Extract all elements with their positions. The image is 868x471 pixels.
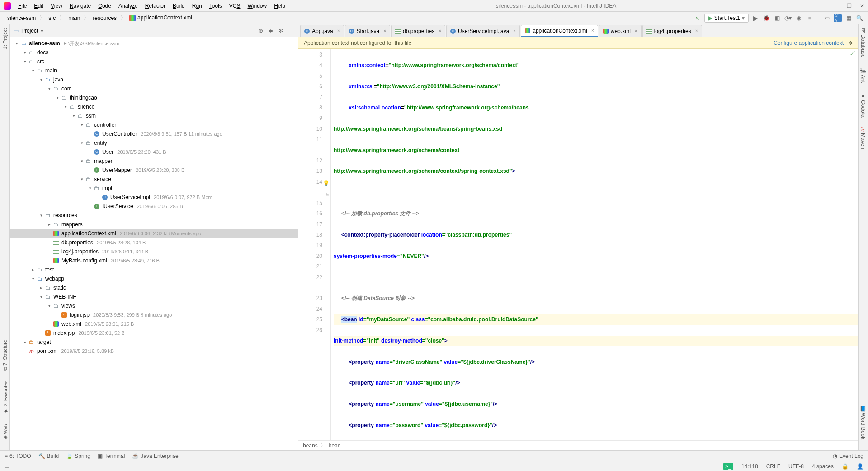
tree-com[interactable]: ▾🗀com	[10, 84, 298, 93]
tab-wordbook[interactable]: 📘 Word Book	[859, 404, 867, 441]
tab-userserviceimpl[interactable]: CUserServiceImpl.java×	[446, 25, 520, 37]
tree-iuserservice[interactable]: IIUserService2019/6/6 0:05, 295 B	[10, 202, 298, 211]
tree-target[interactable]: ▸🗀target	[10, 338, 298, 347]
tree-silence[interactable]: ▾🗀silence	[10, 102, 298, 111]
close-icon[interactable]: ✕	[860, 3, 864, 9]
close-tab-icon[interactable]: ×	[695, 29, 698, 33]
tree-resources[interactable]: ▾🗀resources	[10, 211, 298, 220]
status-indent[interactable]: 4 spaces	[812, 463, 834, 470]
menu-build[interactable]: Build	[170, 2, 188, 10]
project-panel-title[interactable]: Project	[21, 28, 38, 34]
crumb-main[interactable]: main	[66, 14, 83, 22]
menu-analyze[interactable]: Analyze	[116, 2, 141, 10]
status-caret-pos[interactable]: 14:118	[741, 463, 758, 470]
status-encoding[interactable]: UTF-8	[788, 463, 804, 470]
profile-button[interactable]: ◔▾	[784, 14, 792, 22]
close-tab-icon[interactable]: ×	[513, 29, 516, 33]
fold-icon[interactable]: ⊟	[326, 189, 330, 200]
tree-impl[interactable]: ▾🗀impl	[10, 184, 298, 193]
tree-userserviceimpl[interactable]: CUserServiceImpl2019/6/6 0:07, 972 B Mom	[10, 193, 298, 202]
project-view-chevron-icon[interactable]: ▾	[41, 28, 43, 34]
status-line-separator[interactable]: CRLF	[766, 463, 780, 470]
tree-log4j[interactable]: log4j.properties2019/6/6 0:11, 344 B	[10, 247, 298, 256]
tab-app-java[interactable]: CApp.java×	[300, 25, 344, 37]
menu-refactor[interactable]: Refactor	[142, 2, 168, 10]
expand-all-icon[interactable]: ≑	[267, 28, 274, 34]
tab-ant[interactable]: 🐜 Ant	[859, 66, 867, 85]
tab-db-properties[interactable]: db.properties×	[391, 25, 445, 37]
run-configuration-selector[interactable]: ▶ Start.Test1 ▾	[704, 14, 749, 23]
tree-usercontroller[interactable]: CUserController2020/8/3 9:51, 157 B 11 m…	[10, 129, 298, 138]
close-tab-icon[interactable]: ×	[591, 28, 594, 33]
tree-usermapper[interactable]: IUserMapper2019/6/5 23:20, 308 B	[10, 166, 298, 175]
tree-mapper[interactable]: ▾🗀mapper	[10, 157, 298, 166]
tree-controller[interactable]: ▾🗀controller	[10, 120, 298, 129]
tab-web-xml[interactable]: web.xml×	[599, 25, 642, 37]
attach-button[interactable]: ◉	[795, 14, 803, 22]
tab-spring[interactable]: 🍃 Spring	[66, 453, 90, 459]
menu-edit[interactable]: Edit	[31, 2, 46, 10]
readonly-lock-icon[interactable]: 🔒	[842, 463, 849, 470]
search-everywhere-button[interactable]: 🔍	[855, 14, 863, 22]
tab-structure[interactable]: ⧉ 7: Structure	[1, 338, 9, 372]
tree-mappers[interactable]: ▸🗀mappers	[10, 220, 298, 229]
tree-test[interactable]: ▸🗀test	[10, 265, 298, 274]
close-tab-icon[interactable]: ×	[383, 29, 386, 33]
tab-database[interactable]: 🗄 Database	[859, 26, 867, 59]
debug-button[interactable]: 🐞	[762, 14, 770, 22]
tree-root[interactable]: ▾▭silence-ssmE:\开发\SSM\silence-ssm	[10, 39, 298, 48]
close-tab-icon[interactable]: ×	[337, 29, 340, 33]
project-tree[interactable]: ▾▭silence-ssmE:\开发\SSM\silence-ssm ▸🗀doc…	[10, 37, 298, 450]
code-content[interactable]: xmlns:context="http://www.springframewor…	[331, 49, 858, 440]
tree-webinf[interactable]: ▾🗀WEB-INF	[10, 292, 298, 301]
menu-run[interactable]: Run	[189, 2, 205, 10]
tree-entity[interactable]: ▾🗀entity	[10, 138, 298, 147]
crumb-beans[interactable]: beans	[303, 442, 318, 449]
tab-project[interactable]: 1: Project	[1, 26, 9, 51]
tree-loginjsp[interactable]: login.jsp2020/8/3 9:53, 299 B 9 minutes …	[10, 310, 298, 319]
crumb-file[interactable]: applicationContext.xml	[127, 14, 195, 22]
crumb-project[interactable]: silence-ssm	[5, 14, 38, 22]
crumb-bean[interactable]: bean	[329, 442, 341, 449]
tree-dbprop[interactable]: db.properties2019/6/5 23:28, 134 B	[10, 238, 298, 247]
inspection-ok-icon[interactable]: ✓	[849, 51, 855, 57]
tree-java[interactable]: ▾🗀java	[10, 75, 298, 84]
tab-applicationcontext[interactable]: applicationContext.xml×	[521, 25, 598, 37]
settings-button[interactable]: ▦	[844, 14, 853, 22]
tree-docs[interactable]: ▸🗀docs	[10, 48, 298, 57]
coverage-button[interactable]: ◧	[773, 14, 781, 22]
tree-appctx[interactable]: applicationContext.xml2019/6/6 0:06, 2.3…	[10, 229, 298, 238]
event-log-button[interactable]: ◔ Event Log	[833, 453, 863, 459]
tab-maven[interactable]: m Maven	[859, 125, 867, 151]
tab-todo[interactable]: ≡ 6: TODO	[5, 453, 31, 459]
minimize-icon[interactable]: —	[833, 3, 839, 9]
tree-webxml[interactable]: web.xml2019/6/5 23:01, 215 B	[10, 319, 298, 328]
close-tab-icon[interactable]: ×	[635, 29, 637, 33]
tab-build[interactable]: 🔨 Build	[38, 453, 59, 459]
hide-panel-icon[interactable]: —	[287, 28, 294, 34]
crumb-resources[interactable]: resources	[90, 14, 119, 22]
tab-java-enterprise[interactable]: ☕ Java Enterprise	[132, 453, 178, 459]
tree-static[interactable]: ▸🗀static	[10, 283, 298, 292]
menu-help[interactable]: Help	[271, 2, 288, 10]
tree-ssm[interactable]: ▾🗀ssm	[10, 111, 298, 120]
code-editor[interactable]: 3 4 5 6 7 8 9 10 11 12 13 14💡 ⊟ 15 16 17…	[298, 49, 858, 440]
tree-main[interactable]: ▾🗀main	[10, 66, 298, 75]
settings-gear-icon[interactable]: ✻	[277, 28, 284, 34]
status-tools-icon[interactable]: ▭	[5, 463, 9, 470]
tree-views[interactable]: ▾🗀views	[10, 301, 298, 310]
menu-file[interactable]: File	[15, 2, 29, 10]
nav-back-icon[interactable]: ↖	[693, 14, 702, 22]
tab-favorites[interactable]: ★ 2: Favorites	[1, 379, 9, 416]
stop-button[interactable]: ■	[806, 14, 814, 22]
status-hector-icon[interactable]: 👤	[857, 463, 863, 470]
intention-bulb-icon[interactable]: 💡	[323, 178, 330, 189]
project-structure-button[interactable]: ▭	[823, 14, 831, 22]
tree-mybatis[interactable]: MyBatis-config.xml2019/6/5 23:49, 716 B	[10, 256, 298, 265]
locate-file-icon[interactable]: ⊕	[257, 28, 264, 34]
tree-webapp[interactable]: ▾🗀webapp	[10, 274, 298, 283]
menu-code[interactable]: Code	[95, 2, 114, 10]
notification-gear-icon[interactable]: ✻	[848, 40, 853, 46]
menu-view[interactable]: View	[48, 2, 65, 10]
translate-button[interactable]: 文A	[834, 14, 842, 22]
